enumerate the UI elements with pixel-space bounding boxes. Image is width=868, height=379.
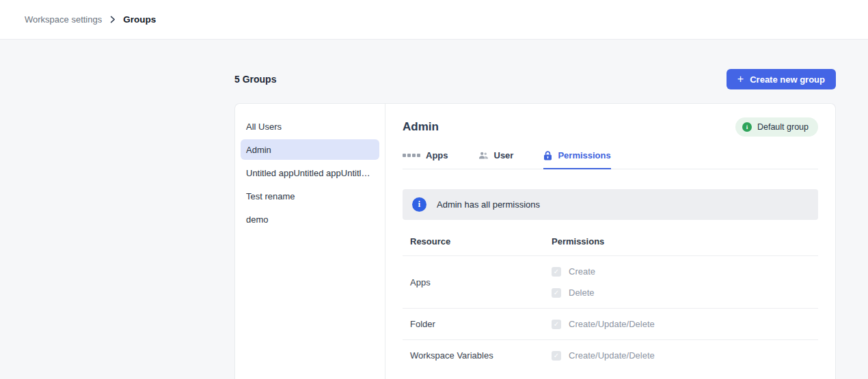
permission-check-item: ✓ Create: [552, 266, 595, 277]
breadcrumb-workspace-settings[interactable]: Workspace settings: [25, 14, 102, 25]
content-column: 5 Groups + Create new group All Users Ad…: [234, 69, 836, 379]
permission-check-label: Delete: [569, 287, 595, 298]
group-list-item[interactable]: Admin: [241, 139, 379, 160]
default-group-badge-label: Default group: [757, 122, 809, 132]
chevron-right-icon: [109, 16, 116, 23]
info-icon: i: [742, 122, 752, 132]
permissions-table-header: Resource Permissions: [403, 232, 818, 256]
permission-check-item: ✓ Delete: [552, 287, 595, 298]
info-icon: i: [412, 197, 426, 212]
tab-apps-label: Apps: [426, 150, 448, 160]
permission-checks: ✓ Create/Update/Delete: [552, 350, 655, 361]
tab-permissions[interactable]: Permissions: [543, 150, 610, 169]
resource-name: Apps: [410, 277, 552, 287]
tab-user-label: User: [494, 150, 514, 160]
create-new-group-label: Create new group: [750, 74, 825, 85]
group-list: All Users Admin Untitled appUntitled app…: [235, 104, 385, 379]
plus-icon: +: [737, 74, 744, 85]
group-list-item-label: Untitled appUntitled appUntitle…: [246, 168, 374, 178]
checkbox-checked-disabled[interactable]: ✓: [552, 320, 561, 329]
permissions-table: Resource Permissions Apps ✓ Create ✓ Del…: [403, 232, 818, 371]
group-list-item-label: demo: [246, 214, 269, 225]
tab-apps[interactable]: Apps: [403, 150, 448, 169]
table-row: Apps ✓ Create ✓ Delete: [403, 256, 818, 309]
resource-name: Folder: [410, 319, 552, 329]
tab-permissions-label: Permissions: [558, 150, 610, 160]
group-list-item-label: Test rename: [246, 191, 295, 201]
lock-icon: [543, 151, 552, 160]
resource-column-header: Resource: [410, 236, 552, 247]
resource-name: Workspace Variables: [410, 350, 552, 361]
breadcrumb: Workspace settings Groups: [25, 14, 156, 25]
permissions-table-body: Apps ✓ Create ✓ Delete Folder ✓: [403, 256, 818, 371]
permissions-info-banner: i Admin has all permissions: [403, 189, 818, 220]
group-detail-header: Admin i Default group: [403, 117, 818, 137]
permission-checks: ✓ Create/Update/Delete: [552, 319, 655, 329]
tab-user[interactable]: User: [478, 150, 514, 169]
grid-icon: [403, 154, 420, 157]
group-list-item[interactable]: All Users: [241, 116, 379, 137]
groups-toolbar: 5 Groups + Create new group: [234, 69, 836, 89]
create-new-group-button[interactable]: + Create new group: [727, 69, 836, 89]
users-icon: [478, 151, 489, 160]
group-list-item[interactable]: Untitled appUntitled appUntitle…: [241, 163, 379, 183]
permissions-info-text: Admin has all permissions: [437, 199, 540, 210]
table-row: Folder ✓ Create/Update/Delete: [403, 309, 818, 340]
permission-check-label: Create/Update/Delete: [569, 350, 655, 361]
permission-check-item: ✓ Create/Update/Delete: [552, 350, 655, 361]
checkbox-checked-disabled[interactable]: ✓: [552, 351, 561, 361]
permission-check-label: Create/Update/Delete: [569, 319, 655, 329]
table-row: Workspace Variables ✓ Create/Update/Dele…: [403, 340, 818, 371]
top-header: Workspace settings Groups: [0, 0, 868, 40]
group-title: Admin: [403, 120, 439, 134]
group-list-item[interactable]: Test rename: [241, 186, 379, 206]
permission-checks: ✓ Create ✓ Delete: [552, 266, 595, 298]
default-group-badge: i Default group: [735, 117, 818, 137]
group-tabs: Apps User: [403, 150, 818, 169]
permission-check-label: Create: [569, 266, 595, 277]
permissions-column-header: Permissions: [552, 236, 604, 247]
group-list-item-label: Admin: [246, 145, 271, 155]
checkbox-checked-disabled[interactable]: ✓: [552, 267, 561, 277]
group-list-item[interactable]: demo: [241, 209, 379, 229]
group-detail-panel: Admin i Default group Apps: [385, 104, 835, 379]
groups-count: 5 Groups: [234, 74, 276, 85]
checkbox-checked-disabled[interactable]: ✓: [552, 288, 561, 298]
permission-check-item: ✓ Create/Update/Delete: [552, 319, 655, 329]
breadcrumb-groups: Groups: [123, 14, 156, 25]
groups-card: All Users Admin Untitled appUntitled app…: [234, 103, 836, 379]
group-list-item-label: All Users: [246, 122, 282, 132]
